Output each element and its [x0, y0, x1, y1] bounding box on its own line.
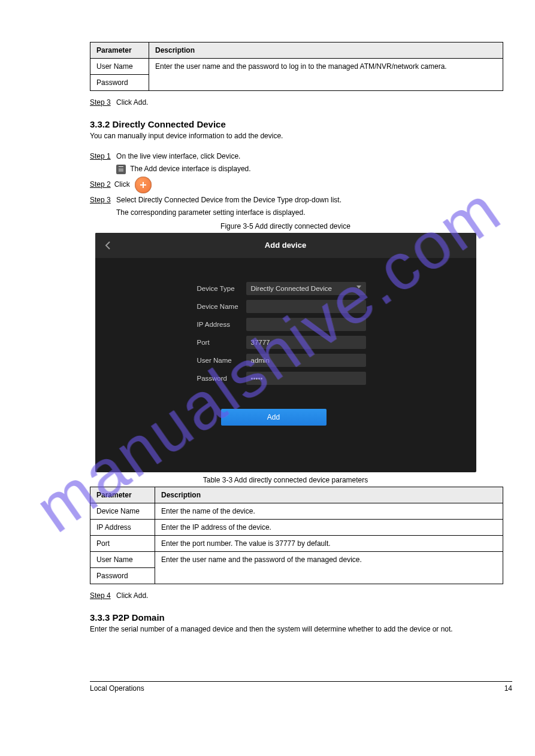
t2-r2-d: Enter the port number. The value is 3777… [155, 535, 503, 551]
input-ip-address[interactable] [246, 318, 366, 331]
footer-left: Local Operations [90, 684, 144, 693]
t2-r0-d: Enter the name of the device. [155, 503, 503, 519]
shot-title: Add device [265, 241, 306, 250]
step3: Step 3 Click Add. [90, 97, 481, 108]
label-device-name: Device Name [197, 303, 246, 310]
add-device-screenshot: Add device Device Type Directly Connecte… [95, 233, 476, 472]
row-user-name: User Name admin [197, 354, 476, 367]
param-table-1: Parameter Description User Name Enter th… [90, 42, 503, 91]
step2b-cont: The corresponding parameter setting inte… [116, 207, 481, 218]
t2-h-desc: Description [155, 487, 503, 503]
section-3-3-3-title: 3.3.3 P2P Domain [90, 612, 481, 623]
input-password[interactable]: ••••• [246, 372, 366, 385]
figure-caption: Figure 3-5 Add directly connected device [90, 222, 481, 230]
step3-label: Step 3 [90, 98, 111, 107]
add-button[interactable]: Add [221, 409, 327, 426]
step2b-text: Select Directly Connected Device from th… [116, 196, 341, 204]
t2-r3-d: Enter the user name and the password of … [155, 551, 503, 584]
step4-label: Step 4 [90, 591, 111, 600]
label-password: Password [197, 375, 246, 382]
step1-label: Step 1 [90, 152, 111, 160]
label-port: Port [197, 339, 246, 346]
section-3-3-2-title: 3.3.2 Directly Connected Device [90, 119, 481, 129]
step4: Step 4 Click Add. [90, 590, 481, 602]
param-table-2: Parameter Description Device Name Enter … [90, 487, 503, 584]
table-row: User Name Enter the user name and the pa… [90, 551, 503, 567]
step1-text2: The Add device interface is displayed. [130, 165, 250, 173]
section-3-3-3-desc: Enter the serial number of a managed dev… [90, 625, 481, 633]
note-icon: ☰ [116, 165, 126, 174]
table-row: Port Enter the port number. The value is… [90, 535, 503, 551]
t1-r1-p: Password [90, 75, 149, 91]
input-port[interactable]: 37777 [246, 336, 366, 349]
t2-r4-p: Password [90, 567, 155, 584]
t1-r0-d: Enter the user name and the password to … [149, 59, 503, 91]
back-button[interactable] [105, 233, 111, 258]
row-password: Password ••••• [197, 372, 476, 385]
row-device-name: Device Name [197, 300, 476, 313]
label-user-name: User Name [197, 357, 246, 364]
t2-h-param: Parameter [90, 487, 155, 503]
shot-body: Device Type Directly Connected Device De… [95, 258, 476, 426]
t1-h-desc: Description [149, 42, 503, 59]
chevron-down-icon [356, 286, 361, 289]
footer-right: 14 [504, 684, 512, 693]
step3-text: Click Add. [116, 98, 148, 107]
t1-h-param: Parameter [90, 42, 149, 59]
input-user-name[interactable]: admin [246, 354, 366, 367]
t2-r1-p: IP Address [90, 519, 155, 535]
t2-r3-p: User Name [90, 551, 155, 567]
step4-text: Click Add. [116, 591, 148, 600]
step1-text1: On the live view interface, click Device… [116, 152, 240, 160]
t1-r0-p: User Name [90, 59, 149, 75]
table-row: User Name Enter the user name and the pa… [90, 59, 503, 75]
step2b-label: Step 3 [90, 196, 111, 204]
step1-cont: ☰ The Add device interface is displayed. [116, 163, 481, 175]
select-value: Directly Connected Device [251, 285, 333, 292]
label-ip-address: IP Address [197, 321, 246, 328]
select-device-type[interactable]: Directly Connected Device [246, 282, 366, 295]
table2-caption: Table 3-3 Add directly connected device … [90, 476, 481, 484]
t2-r0-p: Device Name [90, 503, 155, 519]
plus-icon [135, 177, 152, 193]
row-device-type: Device Type Directly Connected Device [197, 282, 476, 295]
step2b: Step 3 Select Directly Connected Device … [90, 195, 481, 206]
t2-r1-d: Enter the IP address of the device. [155, 519, 503, 535]
footer: Local Operations 14 [90, 681, 512, 693]
row-port: Port 37777 [197, 336, 476, 349]
section-3-3-2-desc: You can manually input device informatio… [90, 132, 481, 140]
row-ip-address: IP Address [197, 318, 476, 331]
step1: Step 1 On the live view interface, click… [90, 151, 481, 162]
step2a-label: Step 2 [90, 179, 111, 190]
shot-header: Add device [95, 233, 476, 258]
label-device-type: Device Type [197, 285, 246, 292]
step2a-text: Click [114, 179, 130, 190]
step2a: Step 2 Click [90, 177, 481, 193]
input-device-name[interactable] [246, 300, 366, 313]
table-row: Device Name Enter the name of the device… [90, 503, 503, 519]
table-row: IP Address Enter the IP address of the d… [90, 519, 503, 535]
t2-r2-p: Port [90, 535, 155, 551]
svg-rect-1 [140, 184, 146, 186]
